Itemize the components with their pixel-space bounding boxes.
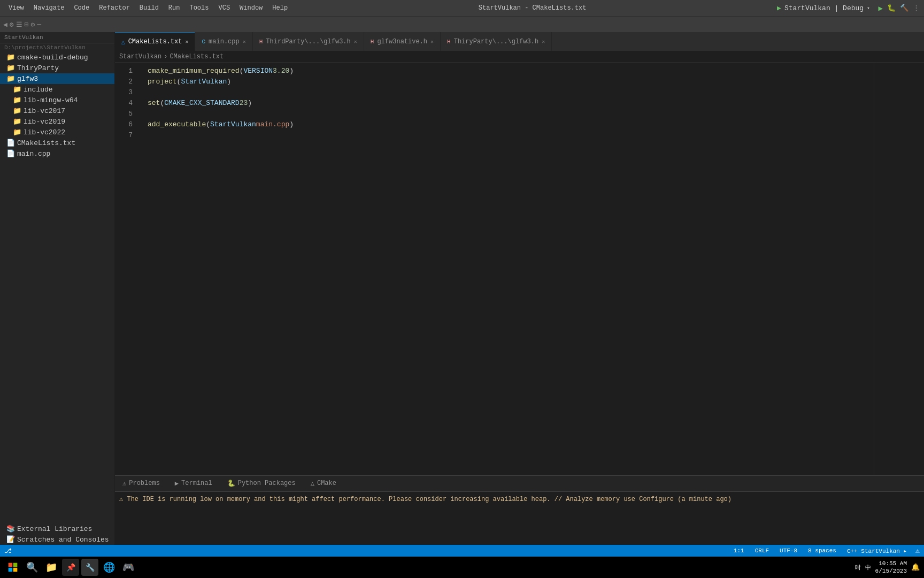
tab-label: CMakeLists.txt <box>128 38 182 45</box>
menu-bar[interactable]: View Navigate Code Refactor Build Run To… <box>4 3 292 13</box>
run-config[interactable]: ▶ StartVulkan | Debug ▾ <box>773 3 874 13</box>
code-line-2: project(StartVulkan) <box>148 77 874 87</box>
taskbar-clock: 10:55 AM 6/15/2023 <box>875 560 907 575</box>
sidebar-item-label: cmake-build-debug <box>17 54 88 62</box>
menu-help[interactable]: Help <box>268 3 292 13</box>
bottom-tab-label: Problems <box>129 480 160 487</box>
run-button[interactable]: ▶ <box>879 4 883 13</box>
toolbar-gear[interactable]: ⚙ <box>30 20 35 29</box>
tab-problems[interactable]: ⚠ Problems <box>115 475 167 491</box>
bottom-tab-label: Python Packages <box>238 480 296 487</box>
taskbar-notification[interactable]: 🔔 <box>911 563 920 572</box>
sidebar-item-glfw3[interactable]: 📁 glfw3 <box>0 73 114 84</box>
toolbar-collapse[interactable]: ⊟ <box>25 20 29 29</box>
status-indent[interactable]: 8 spaces <box>806 547 838 554</box>
toolbar-settings[interactable]: ⚙ <box>10 20 14 29</box>
tab-bar: △ CMakeLists.txt ✕ C main.cpp ✕ H ThirdP… <box>115 32 924 51</box>
sidebar-item-label: lib-vc2019 <box>24 118 65 126</box>
tab-close-icon[interactable]: ✕ <box>542 39 545 45</box>
more-button[interactable]: ⋮ <box>913 4 920 12</box>
taskbar-explorer[interactable]: 📁 <box>43 559 60 576</box>
sidebar-item-include[interactable]: 📁 include <box>0 84 114 95</box>
tab-label: ThiryParty\...\glfw3.h <box>454 38 538 45</box>
start-button[interactable] <box>4 559 21 576</box>
sidebar-item-cmake-build-debug[interactable]: 📁 cmake-build-debug <box>0 52 114 63</box>
menu-run[interactable]: Run <box>164 3 184 13</box>
tab-cmake[interactable]: △ CMake <box>303 475 344 491</box>
title-bar: View Navigate Code Refactor Build Run To… <box>0 0 924 16</box>
sidebar-project-label: StartVulkan <box>0 32 114 43</box>
tab-close-icon[interactable]: ✕ <box>243 39 246 45</box>
project-breadcrumb[interactable]: StartVulkan <box>119 53 161 60</box>
folder-icon: 📁 <box>6 53 15 62</box>
tab-glfw3h[interactable]: H ThirdParty\...\glfw3.h ✕ <box>253 32 364 51</box>
menu-refactor[interactable]: Refactor <box>95 3 134 13</box>
status-warning-icon: ⚠ <box>915 546 920 555</box>
tab-glfw3native[interactable]: H glfw3native.h ✕ <box>364 32 441 51</box>
menu-view[interactable]: View <box>4 3 28 13</box>
taskbar-right: 时 中 10:55 AM 6/15/2023 🔔 <box>855 560 920 575</box>
code-editor[interactable]: 1 2 3 4 5 6 7 cmake_minimum_required(VER… <box>115 63 924 475</box>
svg-rect-0 <box>9 563 13 567</box>
tab-cmakelists[interactable]: △ CMakeLists.txt ✕ <box>115 32 195 51</box>
bottom-panel: ⚠ Problems ▶ Terminal 🐍 Python Packages … <box>115 475 924 545</box>
sidebar-item-label: lib-vc2017 <box>24 107 65 115</box>
taskbar-browser[interactable]: 🌐 <box>101 559 118 576</box>
tab-python-packages[interactable]: 🐍 Python Packages <box>220 475 303 491</box>
taskbar-app-clion[interactable]: 🔧 <box>81 559 98 576</box>
toolbar-list[interactable]: ☰ <box>16 20 22 29</box>
breadcrumb: StartVulkan › CMakeLists.txt <box>115 51 924 63</box>
sidebar-item-cmakelists[interactable]: 📄 CMakeLists.txt <box>0 138 114 148</box>
menu-vcs[interactable]: VCS <box>214 3 234 13</box>
vertical-scrollbar[interactable] <box>917 63 924 475</box>
status-bar-left: ⎇ <box>4 547 727 555</box>
file-breadcrumb[interactable]: CMakeLists.txt <box>170 53 224 60</box>
menu-window[interactable]: Window <box>235 3 267 13</box>
status-line-endings[interactable]: CRLF <box>753 547 771 554</box>
folder-icon: 📁 <box>13 107 21 115</box>
toolbar-back[interactable]: ◀ <box>3 20 7 29</box>
menu-build[interactable]: Build <box>135 3 163 13</box>
sidebar-item-scratches[interactable]: 📝 Scratches and Consoles <box>0 534 114 545</box>
taskbar-app2[interactable]: 🎮 <box>120 559 137 576</box>
sidebar-item-thirtyparty[interactable]: 📁 ThiryParty <box>0 63 114 73</box>
tab-maincpp[interactable]: C main.cpp ✕ <box>195 32 252 51</box>
problems-icon: ⚠ <box>122 480 126 488</box>
bottom-tab-bar: ⚠ Problems ▶ Terminal 🐍 Python Packages … <box>115 476 924 492</box>
cmake-icon: △ <box>311 480 314 488</box>
build-button[interactable]: 🔨 <box>900 4 908 12</box>
menu-code[interactable]: Code <box>70 3 94 13</box>
sidebar-item-maincpp[interactable]: 📄 main.cpp <box>0 148 114 159</box>
taskbar-pin1[interactable]: 📌 <box>62 559 79 576</box>
tab-close-icon[interactable]: ✕ <box>185 39 188 45</box>
python-icon: 🐍 <box>227 480 235 488</box>
minimap <box>874 63 917 475</box>
tab-terminal[interactable]: ▶ Terminal <box>167 475 220 491</box>
tab-close-icon[interactable]: ✕ <box>354 39 357 45</box>
taskbar-ime: 中 <box>865 564 871 572</box>
toolbar-dash[interactable]: — <box>37 20 41 28</box>
code-content[interactable]: cmake_minimum_required(VERSION 3.20) pro… <box>139 63 874 475</box>
tab-label: main.cpp <box>209 38 240 45</box>
scratch-icon: 📝 <box>6 535 15 544</box>
sidebar-item-lib-mingw[interactable]: 📁 lib-mingw-w64 <box>0 95 114 105</box>
menu-tools[interactable]: Tools <box>185 3 213 13</box>
sidebar-item-lib-vc2019[interactable]: 📁 lib-vc2019 <box>0 116 114 127</box>
bottom-tab-label: Terminal <box>181 480 212 487</box>
status-language[interactable]: C++ StartVulkan ▸ <box>845 547 909 554</box>
sidebar-item-external-libs[interactable]: 📚 External Libraries <box>0 523 114 534</box>
code-line-3 <box>148 87 874 98</box>
sidebar-path: D:\projects\StartVulkan <box>0 43 114 52</box>
sidebar-item-lib-vc2022[interactable]: 📁 lib-vc2022 <box>0 127 114 138</box>
sidebar-item-lib-vc2017[interactable]: 📁 lib-vc2017 <box>0 105 114 116</box>
main-content: StartVulkan D:\projects\StartVulkan 📁 cm… <box>0 32 924 545</box>
folder-icon: 📁 <box>13 85 21 94</box>
menu-navigate[interactable]: Navigate <box>29 3 69 13</box>
tab-thirtyparty-glfw3[interactable]: H ThiryParty\...\glfw3.h ✕ <box>441 32 552 51</box>
status-position[interactable]: 1:1 <box>732 547 746 554</box>
status-encoding[interactable]: UTF-8 <box>777 547 799 554</box>
debug-button[interactable]: 🐛 <box>887 4 896 12</box>
tab-close-icon[interactable]: ✕ <box>430 39 434 45</box>
run-config-chevron: ▾ <box>867 5 869 11</box>
taskbar-search[interactable]: 🔍 <box>24 559 41 576</box>
